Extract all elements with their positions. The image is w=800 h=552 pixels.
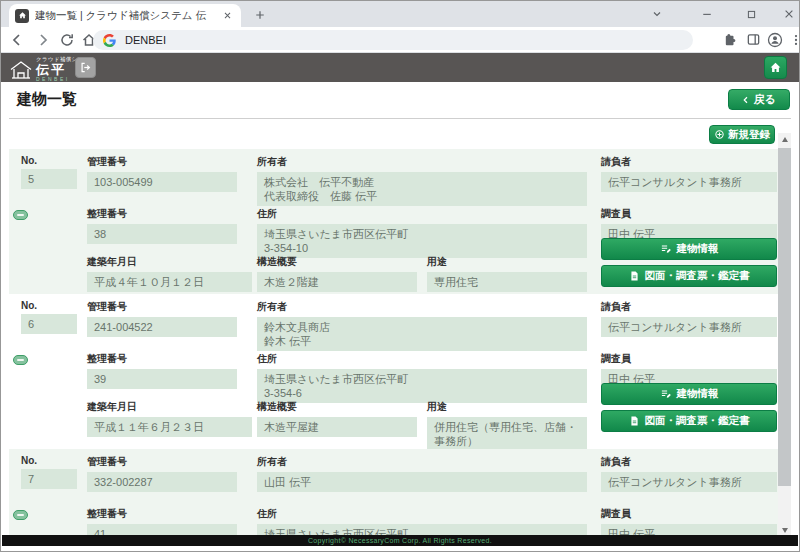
control-no-label: 管理番号 (87, 300, 237, 314)
ref-no-value: 39 (87, 369, 237, 389)
link-icon[interactable] (13, 210, 28, 220)
scroll-up-arrow-icon[interactable] (778, 133, 791, 146)
contractor-value: 伝平コンサルタント事務所 (601, 172, 777, 192)
app-home-button[interactable] (764, 56, 787, 79)
back-page-button[interactable]: 戻る (728, 89, 790, 110)
denbei-house-icon (9, 60, 33, 80)
new-registration-button[interactable]: 新規登録 (709, 125, 775, 144)
profile-avatar-icon[interactable] (767, 32, 783, 48)
building-list: No.5 管理番号103-005499 所有者株式会社 伝平不動産 代表取締役 … (9, 149, 779, 537)
address-label: 住所 (257, 352, 587, 366)
back-button[interactable] (9, 32, 25, 48)
link-icon[interactable] (13, 510, 28, 520)
control-no-value: 241-004522 (87, 317, 237, 337)
building-info-label: 建物情報 (677, 242, 719, 256)
building-record: No.7 管理番号332-002287 所有者山田 伝平 請負者伝平コンサルタン… (9, 449, 779, 537)
browser-toolbar: DENBEI (1, 27, 799, 53)
structure-value: 木造２階建 (257, 272, 417, 292)
owner-value: 山田 伝平 (257, 472, 587, 492)
owner-value: 鈴木文具商店 鈴木 伝平 (257, 317, 587, 351)
google-g-icon (103, 34, 116, 47)
app-header: クラウド補償システム 伝平 DENBEI (1, 53, 799, 82)
chevron-left-icon (742, 95, 750, 105)
page-title: 建物一覧 (17, 90, 77, 109)
no-value: 7 (21, 469, 77, 489)
no-value: 5 (21, 169, 77, 189)
contractor-value: 伝平コンサルタント事務所 (601, 472, 777, 492)
tab-title: 建物一覧 | クラウド補償システム 伝 (35, 9, 219, 23)
list-edit-icon (660, 388, 672, 400)
structure-value: 木造平屋建 (257, 417, 417, 437)
list-edit-icon (660, 243, 672, 255)
extensions-icon[interactable] (723, 32, 739, 48)
contractor-value: 伝平コンサルタント事務所 (601, 317, 777, 337)
forward-button[interactable] (35, 32, 51, 48)
address-label: 住所 (257, 507, 587, 521)
footer: Copyright© NecessaryCom Corp. All Rights… (2, 535, 798, 546)
address-text: DENBEI (125, 34, 166, 46)
build-date-value: 平成４年１０月１２日 (87, 272, 252, 292)
documents-button[interactable]: 図面・調査票・鑑定書 (601, 265, 777, 287)
documents-button[interactable]: 図面・調査票・鑑定書 (601, 410, 777, 432)
owner-label: 所有者 (257, 300, 587, 314)
structure-label: 構造概要 (257, 255, 417, 269)
menu-kebab-icon[interactable] (789, 32, 800, 48)
build-date-value: 平成１１年６月２３日 (87, 417, 252, 437)
usage-value: 併用住宅（専用住宅、店舗・事務所） (427, 417, 587, 451)
surveyor-label: 調査員 (601, 207, 777, 221)
site-favicon-icon (15, 9, 29, 23)
contractor-label: 請負者 (601, 300, 777, 314)
no-label: No. (21, 455, 77, 466)
control-no-label: 管理番号 (87, 455, 237, 469)
new-button-label: 新規登録 (728, 128, 770, 142)
document-icon (629, 270, 640, 282)
building-info-button[interactable]: 建物情報 (601, 238, 777, 260)
surveyor-label: 調査員 (601, 352, 777, 366)
usage-label: 用途 (427, 255, 587, 269)
owner-label: 所有者 (257, 155, 587, 169)
no-label: No. (21, 155, 77, 166)
copyright-text: Copyright© NecessaryCom Corp. All Rights… (308, 537, 492, 544)
new-tab-button[interactable] (251, 6, 268, 23)
browser-window: 建物一覧 | クラウド補償システム 伝 (0, 0, 800, 552)
window-maximize-button[interactable] (743, 6, 759, 22)
link-icon[interactable] (13, 355, 28, 365)
structure-label: 構造概要 (257, 400, 417, 414)
tab-strip: 建物一覧 | クラウド補償システム 伝 (1, 1, 799, 27)
address-value: 埼玉県さいたま市西区伝平町 3-354-6 (257, 369, 587, 403)
reload-button[interactable] (59, 32, 75, 48)
divider (9, 118, 791, 119)
tab-close-icon[interactable] (219, 8, 235, 24)
surveyor-label: 調査員 (601, 507, 777, 521)
building-info-label: 建物情報 (677, 387, 719, 401)
control-no-label: 管理番号 (87, 155, 237, 169)
documents-label: 図面・調査票・鑑定書 (645, 269, 750, 283)
build-date-label: 建築年月日 (87, 255, 252, 269)
ref-no-value: 38 (87, 224, 237, 244)
contractor-label: 請負者 (601, 155, 777, 169)
no-label: No. (21, 300, 77, 311)
window-minimize-button[interactable] (699, 6, 715, 22)
tab-search-chevron-icon[interactable] (649, 6, 665, 22)
address-bar[interactable]: DENBEI (93, 30, 693, 50)
window-close-button[interactable] (781, 6, 797, 22)
building-record: No.6 管理番号241-004522 所有者鈴木文具商店 鈴木 伝平 請負者伝… (9, 294, 779, 449)
building-record: No.5 管理番号103-005499 所有者株式会社 伝平不動産 代表取締役 … (9, 149, 779, 294)
scrollbar-thumb[interactable] (778, 148, 791, 486)
usage-value: 専用住宅 (427, 272, 587, 292)
logout-button[interactable] (75, 57, 96, 78)
control-no-value: 332-002287 (87, 472, 237, 492)
usage-label: 用途 (427, 400, 587, 414)
browser-tab[interactable]: 建物一覧 | クラウド補償システム 伝 (9, 4, 241, 27)
scrollbar[interactable] (778, 133, 791, 537)
side-panel-icon[interactable] (746, 32, 762, 48)
address-label: 住所 (257, 207, 587, 221)
back-button-label: 戻る (754, 92, 776, 107)
circle-plus-icon (714, 129, 725, 140)
document-icon (629, 415, 640, 427)
contractor-label: 請負者 (601, 455, 777, 469)
no-value: 6 (21, 314, 77, 334)
address-value: 埼玉県さいたま市西区伝平町 3-354-10 (257, 224, 587, 258)
building-info-button[interactable]: 建物情報 (601, 383, 777, 405)
ref-no-label: 整理番号 (87, 352, 237, 366)
